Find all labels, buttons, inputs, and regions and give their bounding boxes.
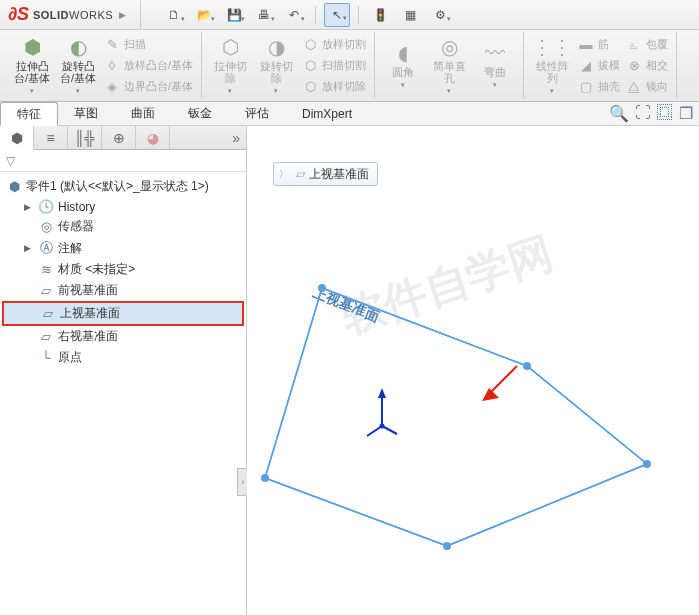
svg-line-3 xyxy=(447,464,647,546)
extrude-cut-button[interactable]: ⬡ 拉伸切 除▾ xyxy=(208,34,252,97)
filter-bar[interactable]: ▽ xyxy=(0,150,246,172)
heads-up-view-toolbar: 🔍 ⛶ ⿴ ❐ xyxy=(609,104,693,123)
intersect-button[interactable]: ⊗相交 xyxy=(624,57,670,74)
revolve-cut-icon: ◑ xyxy=(268,35,285,59)
main-area: ⬢ ≡ ║╬ ⊕ ◕ » ▽ ⬢ 零件1 (默认<<默认>_显示状态 1>) ▶… xyxy=(0,126,699,615)
rib-button[interactable]: ▬筋 xyxy=(576,36,622,53)
plane-icon: ▱ xyxy=(40,306,56,321)
select-button[interactable]: ↖▾ xyxy=(324,3,350,27)
intersect-icon: ⊗ xyxy=(626,58,642,73)
zoom-area-icon[interactable]: ⛶ xyxy=(635,104,651,123)
app-logo-button[interactable]: ∂S SOLIDWORKS ▶ xyxy=(0,0,141,29)
tree-material[interactable]: ≋ 材质 <未指定> xyxy=(2,259,244,280)
hole-wizard-button[interactable]: ◎ 简单直 孔▾ xyxy=(427,34,471,97)
plane-icon: ▱ xyxy=(38,329,54,344)
tree-sensors[interactable]: ◎ 传感器 xyxy=(2,216,244,237)
plane-icon: ▱ xyxy=(38,283,54,298)
sweep-cut-icon: ⬡ xyxy=(302,37,318,52)
options-button-2[interactable]: ⚙▾ xyxy=(427,3,453,27)
tree-root[interactable]: ⬢ 零件1 (默认<<默认>_显示状态 1>) xyxy=(2,176,244,197)
logo-swirl-icon: ∂S xyxy=(8,4,29,25)
title-bar: ∂S SOLIDWORKS ▶ 🗋▾ 📂▾ 💾▾ 🖶▾ ↶▾ ↖▾ 🚦 ▦ ⚙▾ xyxy=(0,0,699,30)
revolve-boss-button[interactable]: ◐ 旋转凸 台/基体▾ xyxy=(56,34,100,97)
save-button[interactable]: 💾▾ xyxy=(221,3,247,27)
featuremanager-tab[interactable]: ⬢ xyxy=(0,126,34,150)
svg-line-4 xyxy=(265,478,447,546)
tree-annotations[interactable]: ▶ Ⓐ 注解 xyxy=(2,237,244,259)
fillet-button[interactable]: ◖ 圆角▾ xyxy=(381,34,425,97)
extrude-boss-button[interactable]: ⬢ 拉伸凸 台/基体▾ xyxy=(10,34,54,97)
configurationmanager-tab[interactable]: ║╬ xyxy=(68,126,102,149)
options-button-1[interactable]: ▦ xyxy=(397,3,423,27)
displaymanager-tab[interactable]: ◕ xyxy=(136,126,170,149)
material-icon: ≋ xyxy=(38,262,54,277)
sweep-button[interactable]: ✎扫描 xyxy=(102,36,195,53)
sweep-icon: ✎ xyxy=(104,37,120,52)
revolve-cut-button[interactable]: ◑ 旋转切 除▾ xyxy=(254,34,298,97)
svg-point-7 xyxy=(523,362,531,370)
curves-button[interactable]: 〰 弯曲▾ xyxy=(473,34,517,97)
tab-evaluate[interactable]: 评估 xyxy=(229,102,286,125)
tree-top-plane[interactable]: ▱ 上视基准面 xyxy=(2,301,244,326)
tab-features[interactable]: 特征 xyxy=(0,102,58,126)
boundary-cut-icon: ⬡ xyxy=(302,79,318,94)
part-icon: ⬢ xyxy=(6,179,22,194)
svg-point-8 xyxy=(643,460,651,468)
linear-pattern-icon: ⋮⋮ xyxy=(532,35,572,59)
open-button[interactable]: 📂▾ xyxy=(191,3,217,27)
view-orientation-icon[interactable]: ⿴ xyxy=(657,104,673,123)
tree-history[interactable]: ▶ 🕓 History xyxy=(2,197,244,216)
chevron-right-icon: ▶ xyxy=(119,10,126,20)
rebuild-button[interactable]: 🚦 xyxy=(367,3,393,27)
svg-marker-12 xyxy=(378,388,386,398)
command-tab-bar: 特征 草图 曲面 钣金 评估 DimXpert 🔍 ⛶ ⿴ ❐ xyxy=(0,102,699,126)
linear-pattern-button[interactable]: ⋮⋮ 线性阵 列▾ xyxy=(530,34,574,97)
wrap-button[interactable]: ⎁包覆 xyxy=(624,36,670,53)
mirror-icon: ⧋ xyxy=(626,79,642,95)
print-button[interactable]: 🖶▾ xyxy=(251,3,277,27)
sweep-cut-button[interactable]: ⬡放样切割 xyxy=(300,36,368,53)
boundary-cut-button[interactable]: ⬡放样切除 xyxy=(300,78,368,95)
zoom-fit-icon[interactable]: 🔍 xyxy=(609,104,629,123)
svg-line-13 xyxy=(367,426,382,436)
svg-point-10 xyxy=(261,474,269,482)
tab-dimxpert[interactable]: DimXpert xyxy=(286,102,369,125)
tree-origin[interactable]: └ 原点 xyxy=(2,347,244,368)
feature-tree: ⬢ 零件1 (默认<<默认>_显示状态 1>) ▶ 🕓 History ◎ 传感… xyxy=(0,172,246,615)
draft-button[interactable]: ◢拔模 xyxy=(576,57,622,74)
sensors-icon: ◎ xyxy=(38,219,54,234)
graphics-viewport[interactable]: 〉 ▱ 上视基准面 软件自学网 上视基准面 xyxy=(247,126,699,615)
draft-icon: ◢ xyxy=(578,58,594,73)
tree-right-plane[interactable]: ▱ 右视基准面 xyxy=(2,326,244,347)
expand-arrow-icon[interactable]: ▶ xyxy=(24,202,34,212)
new-button[interactable]: 🗋▾ xyxy=(161,3,187,27)
loft-cut-icon: ⬡ xyxy=(302,58,318,73)
mirror-button[interactable]: ⧋镜向 xyxy=(624,78,670,96)
panel-expand-icon[interactable]: » xyxy=(170,126,246,149)
feature-manager-panel: ⬢ ≡ ║╬ ⊕ ◕ » ▽ ⬢ 零件1 (默认<<默认>_显示状态 1>) ▶… xyxy=(0,126,247,615)
origin-icon: └ xyxy=(38,350,54,365)
svg-line-14 xyxy=(382,426,397,434)
loft-cut-button[interactable]: ⬡扫描切割 xyxy=(300,57,368,74)
undo-button[interactable]: ↶▾ xyxy=(281,3,307,27)
boundary-button[interactable]: ◈边界凸台/基体 xyxy=(102,78,195,95)
shell-icon: ▢ xyxy=(578,79,594,94)
tree-front-plane[interactable]: ▱ 前视基准面 xyxy=(2,280,244,301)
sketch-plane-graphic xyxy=(247,126,699,615)
dimxpertmanager-tab[interactable]: ⊕ xyxy=(102,126,136,149)
expand-arrow-icon[interactable]: ▶ xyxy=(24,243,34,253)
curves-icon: 〰 xyxy=(485,41,505,65)
extrude-cut-icon: ⬡ xyxy=(222,35,239,59)
loft-icon: ◊ xyxy=(104,58,120,73)
display-style-icon[interactable]: ❐ xyxy=(679,104,693,123)
tab-sketch[interactable]: 草图 xyxy=(58,102,115,125)
boundary-icon: ◈ xyxy=(104,79,120,94)
quick-access-toolbar: 🗋▾ 📂▾ 💾▾ 🖶▾ ↶▾ ↖▾ 🚦 ▦ ⚙▾ xyxy=(141,3,453,27)
loft-button[interactable]: ◊放样凸台/基体 xyxy=(102,57,195,74)
propertymanager-tab[interactable]: ≡ xyxy=(34,126,68,149)
fillet-icon: ◖ xyxy=(398,41,409,65)
svg-line-2 xyxy=(527,366,647,464)
shell-button[interactable]: ▢抽壳 xyxy=(576,78,622,95)
tab-sheetmetal[interactable]: 钣金 xyxy=(172,102,229,125)
tab-surfaces[interactable]: 曲面 xyxy=(115,102,172,125)
